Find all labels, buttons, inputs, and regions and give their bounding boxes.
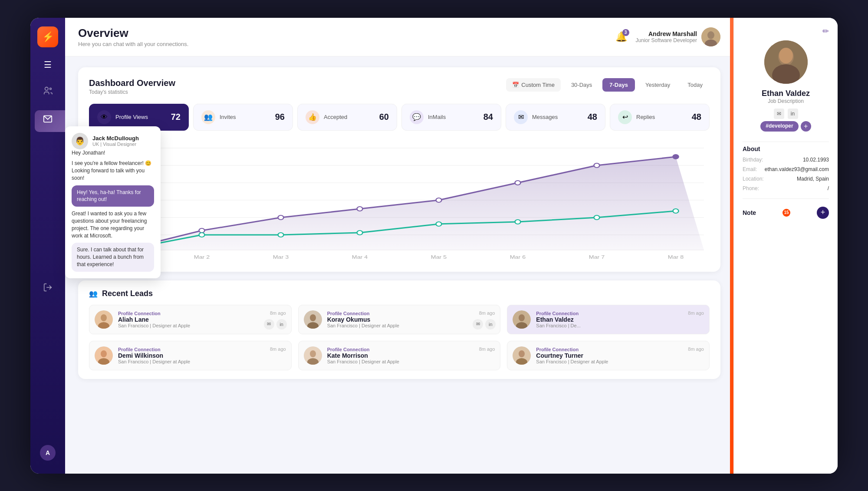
profile-views-value: 72 <box>171 112 181 122</box>
svg-point-29 <box>673 155 679 159</box>
sidebar-item-logout[interactable] <box>39 279 56 296</box>
lead-info-1: Profile Connection Koray Okumus San Fran… <box>327 311 399 328</box>
notification-button[interactable]: 🔔 3 <box>615 31 627 43</box>
divider-2 <box>743 198 829 199</box>
info-email: Email: ethan.valdez93@gmail.com <box>743 166 829 172</box>
sidebar-item-connections[interactable] <box>39 82 56 99</box>
leads-title: Recent Leads <box>102 289 153 298</box>
orange-accent-bar <box>730 18 733 474</box>
lead-avatar-3 <box>95 346 113 365</box>
custom-time-filter[interactable]: 📅 Custom Time <box>506 78 561 92</box>
chat-message-5: Sure. I can talk about that for hours. L… <box>72 243 154 271</box>
profile-photo <box>764 40 808 84</box>
filter-30days[interactable]: 30-Days <box>564 78 599 92</box>
svg-point-34 <box>436 222 442 226</box>
accepted-label: Accepted <box>324 114 347 120</box>
lead-item-1: Profile Connection Koray Okumus San Fran… <box>298 305 501 334</box>
svg-text:Mar 5: Mar 5 <box>431 254 447 260</box>
lead-detail-2: San Francisco | De... <box>536 323 581 328</box>
profile-email-icon[interactable]: ✉ <box>774 109 784 119</box>
lead-linkedin-icon-1[interactable]: in <box>485 319 496 330</box>
filter-7days[interactable]: 7-Days <box>602 78 635 92</box>
svg-point-32 <box>278 233 284 237</box>
sidebar-item-menu[interactable]: ☰ <box>39 56 56 73</box>
lead-item-2: Profile Connection Ethan Valdez San Fran… <box>507 305 710 334</box>
svg-point-67 <box>779 48 793 63</box>
profile-linkedin-icon[interactable]: in <box>788 109 798 119</box>
svg-point-25 <box>357 207 363 211</box>
stat-invites[interactable]: 👥 Invites 96 <box>193 104 293 131</box>
time-filters: 📅 Custom Time 30-Days 7-Days Yesterday T… <box>506 78 710 92</box>
lead-avatar-4 <box>304 346 322 365</box>
lead-time-4: 8m ago <box>479 346 495 352</box>
lead-time-2: 8m ago <box>688 310 704 316</box>
accepted-icon: 👍 <box>306 110 319 124</box>
birthday-label: Birthday: <box>743 157 763 163</box>
stat-accepted[interactable]: 👍 Accepted 60 <box>297 104 397 131</box>
note-row: Note 15 + <box>743 207 829 219</box>
profile-views-label: Profile Views <box>115 114 148 120</box>
lead-connection-type-4: Profile Connection <box>327 347 399 352</box>
location-label: Location: <box>743 176 764 182</box>
inmails-value: 84 <box>483 112 493 122</box>
stat-replies[interactable]: ↩ Replies 48 <box>610 104 710 131</box>
dashboard-title-group: Dashboard Overview Today's statistics <box>89 78 175 95</box>
lead-name-5: Courtney Turner <box>536 352 608 359</box>
lead-name-2: Ethan Valdez <box>536 316 581 323</box>
svg-point-59 <box>310 350 316 357</box>
leads-grid: Profile Connection Aliah Lane San Franci… <box>89 305 710 370</box>
lead-email-icon-0[interactable]: ✉ <box>264 319 274 330</box>
profile-name: Ethan Valdez <box>743 89 829 98</box>
sidebar-user-avatar[interactable]: A <box>40 445 56 461</box>
chat-message-4: Great! I wanted to ask you a few questio… <box>72 210 154 239</box>
sidebar-logo[interactable]: ⚡ <box>37 26 58 47</box>
chat-user-info: Jack McDullough UK | Visual Designer <box>92 135 139 147</box>
lead-time-5: 8m ago <box>688 346 704 352</box>
lead-avatar-0 <box>95 310 113 329</box>
invites-icon: 👥 <box>201 110 215 124</box>
filter-today[interactable]: Today <box>681 78 710 92</box>
lead-connection-type-2: Profile Connection <box>536 311 581 316</box>
svg-text:Mar 7: Mar 7 <box>589 254 605 260</box>
stat-messages[interactable]: ✉ Messages 48 <box>506 104 605 131</box>
profile-tag-developer: #developer <box>760 121 798 132</box>
profile-tags: #developer + <box>743 121 829 132</box>
lead-connection-type-5: Profile Connection <box>536 347 608 352</box>
svg-point-28 <box>594 163 600 168</box>
info-location: Location: Madrid, Spain <box>743 176 829 182</box>
lead-avatar-2 <box>513 310 531 329</box>
info-birthday: Birthday: 10.02.1993 <box>743 157 829 163</box>
phone-value: / <box>828 185 829 191</box>
filter-yesterday[interactable]: Yesterday <box>638 78 677 92</box>
profile-add-tag-button[interactable]: + <box>801 121 811 132</box>
chat-message-3: Hey! Yes, ha-ha! Thanks for reaching out… <box>72 185 154 207</box>
info-phone: Phone: / <box>743 185 829 191</box>
chat-user-role: UK | Visual Designer <box>92 142 139 147</box>
user-avatar[interactable] <box>701 27 720 46</box>
chart-container: 3000 2500 2000 1500 1000 500 0 <box>89 139 710 261</box>
edit-profile-button[interactable]: ✏ <box>822 26 829 36</box>
phone-label: Phone: <box>743 185 759 191</box>
add-note-button[interactable]: + <box>817 207 829 219</box>
lead-connection-type-3: Profile Connection <box>118 347 190 352</box>
lead-time-3: 8m ago <box>270 346 286 352</box>
lead-linkedin-icon-0[interactable]: in <box>276 319 287 330</box>
chat-user-name: Jack McDullough <box>92 135 139 142</box>
lead-email-icon-1[interactable]: ✉ <box>473 319 483 330</box>
lead-detail-4: San Francisco | Designer at Apple <box>327 359 399 364</box>
messages-icon: ✉ <box>514 110 528 124</box>
profile-job: Job Description <box>743 98 829 104</box>
lead-name-4: Kate Morrison <box>327 352 399 359</box>
dashboard-area: Dashboard Overview Today's statistics 📅 … <box>65 56 733 474</box>
lead-actions-0: ✉ in <box>264 319 287 330</box>
lead-name-3: Demi Wilkinson <box>118 352 190 359</box>
replies-label: Replies <box>636 114 655 120</box>
location-value: Madrid, Spain <box>797 176 829 182</box>
lead-time-0: 8m ago <box>270 310 286 316</box>
chat-user-avatar: 👨 <box>72 133 88 149</box>
user-role: Junior Software Developer <box>636 37 697 43</box>
stat-inmails[interactable]: 💬 InMails 84 <box>401 104 501 131</box>
svg-text:Mar 8: Mar 8 <box>668 254 684 260</box>
sidebar-item-mail[interactable] <box>39 110 56 128</box>
chart-svg: 3000 2500 2000 1500 1000 500 0 <box>89 139 710 261</box>
